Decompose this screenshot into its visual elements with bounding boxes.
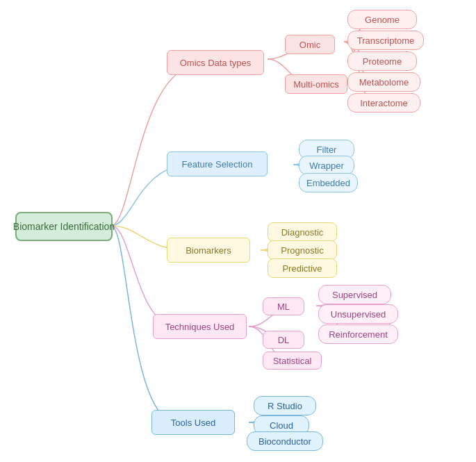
proteome-node: Proteome	[347, 51, 417, 71]
interactome-label: Interactome	[360, 98, 408, 108]
reinforcement-label: Reinforcement	[329, 329, 388, 340]
tools-node: Tools Used	[151, 410, 235, 435]
genome-label: Genome	[365, 15, 400, 25]
metabolome-label: Metabolome	[359, 77, 409, 88]
ml-label: ML	[277, 302, 290, 312]
tools-label: Tools Used	[171, 418, 215, 428]
interactome-node: Interactome	[347, 93, 420, 113]
biomarkers-label: Biomarkers	[186, 245, 231, 256]
statistical-node: Statistical	[263, 352, 322, 370]
cloud-label: Cloud	[270, 420, 293, 431]
omics-label: Omics Data types	[180, 58, 252, 68]
transcriptome-label: Transcriptome	[357, 35, 415, 46]
feature-label: Feature Selection	[182, 159, 253, 170]
omics-node: Omics Data types	[167, 50, 264, 75]
multi-omics-node: Multi-omics	[285, 74, 347, 94]
multiomics-label: Multi-omics	[293, 79, 339, 90]
feature-selection-node: Feature Selection	[167, 151, 268, 176]
predictive-node: Predictive	[268, 258, 337, 278]
techniques-node: Techniques Used	[153, 314, 247, 339]
unsupervised-label: Unsupervised	[331, 309, 386, 320]
prognostic-node: Prognostic	[268, 240, 337, 260]
omic-label: Omic	[299, 40, 320, 50]
prognostic-label: Prognostic	[281, 245, 323, 256]
statistical-label: Statistical	[273, 356, 312, 366]
rstudio-label: R Studio	[268, 401, 302, 411]
filter-label: Filter	[317, 145, 337, 155]
root-node: Biomarker Identification	[15, 212, 113, 241]
root-label: Biomarker Identification	[13, 221, 115, 232]
biomarkers-node: Biomarkers	[167, 238, 250, 263]
dl-label: DL	[278, 335, 290, 345]
ml-node: ML	[263, 297, 304, 315]
embedded-node: Embedded	[299, 173, 358, 192]
techniques-label: Techniques Used	[165, 322, 235, 332]
omic-node: Omic	[285, 35, 335, 54]
embedded-label: Embedded	[306, 178, 350, 188]
bioconductor-node: Bioconductor	[247, 431, 323, 451]
bioconductor-label: Bioconductor	[258, 436, 311, 447]
wrapper-node: Wrapper	[299, 156, 354, 175]
supervised-label: Supervised	[332, 290, 377, 300]
reinforcement-node: Reinforcement	[318, 324, 398, 344]
diagnostic-node: Diagnostic	[268, 222, 337, 242]
dl-node: DL	[263, 331, 304, 349]
rstudio-node: R Studio	[254, 396, 316, 415]
supervised-node: Supervised	[318, 285, 391, 304]
wrapper-label: Wrapper	[309, 160, 344, 171]
unsupervised-node: Unsupervised	[318, 304, 398, 324]
predictive-label: Predictive	[282, 263, 322, 274]
proteome-label: Proteome	[363, 56, 402, 67]
genome-node: Genome	[347, 10, 417, 29]
transcriptome-node: Transcriptome	[347, 31, 424, 50]
metabolome-node: Metabolome	[347, 72, 420, 92]
diagnostic-label: Diagnostic	[281, 227, 324, 238]
